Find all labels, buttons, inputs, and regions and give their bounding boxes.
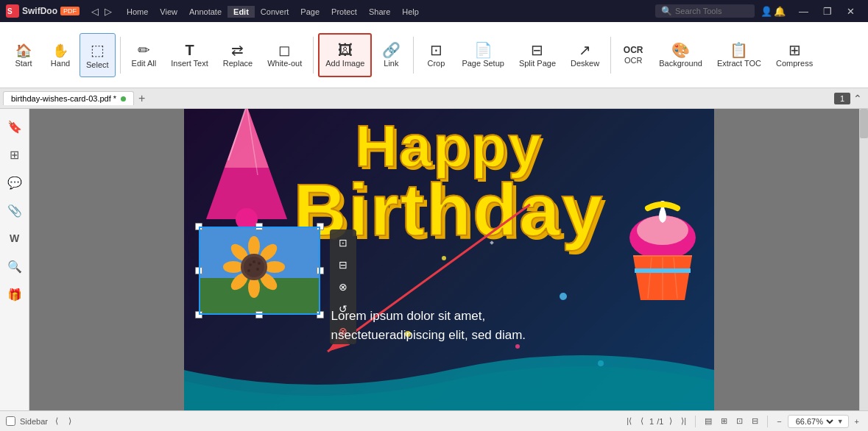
nav-share[interactable]: Share	[363, 6, 396, 18]
user-icon[interactable]: 👤	[761, 6, 772, 17]
total-pages: /1	[657, 417, 663, 426]
window-controls: — ❐ ✕	[791, 3, 862, 20]
sidebar-attachments[interactable]: 📎	[3, 199, 27, 222]
handle-tl[interactable]	[195, 223, 202, 230]
crop-icon: ⊡	[430, 43, 442, 57]
handle-ml[interactable]	[195, 267, 202, 274]
sidebar-next-btn[interactable]: ⟩	[66, 415, 74, 427]
vertical-scrollbar[interactable]	[859, 109, 868, 410]
tool-select[interactable]: ⬚ Select	[80, 33, 116, 77]
sidebar-bookmark[interactable]: 🔖	[3, 115, 27, 138]
zoom-select[interactable]: 66.67% 50% 75% 100% 125% 150%	[793, 416, 836, 427]
handle-tr[interactable]	[317, 223, 324, 230]
search-box[interactable]: 🔍	[655, 4, 755, 18]
sidebar-word[interactable]: W	[3, 227, 27, 250]
document-tab[interactable]: birthday-wishes-card-03.pdf *	[3, 91, 134, 105]
handle-bc[interactable]	[255, 311, 263, 318]
sidebar-search[interactable]: 🔍	[3, 254, 27, 278]
status-sep1	[695, 416, 696, 427]
sep1	[120, 37, 121, 74]
handle-bl[interactable]	[195, 311, 202, 318]
zoom-box[interactable]: 66.67% 50% 75% 100% 125% 150% ▼	[788, 415, 849, 428]
add-tab-btn[interactable]: +	[134, 92, 149, 105]
svg-point-26	[244, 257, 264, 277]
tool-background[interactable]: 🎨 Background	[652, 33, 709, 77]
ocr-label: OCR	[624, 56, 642, 65]
tool-link[interactable]: 🔗 Link	[373, 33, 409, 77]
redo-btn[interactable]: ▷	[102, 4, 115, 18]
zoom-dropdown-icon: ▼	[837, 418, 844, 425]
nav-edit[interactable]: Edit	[227, 6, 255, 18]
splitpage-icon: ⊟	[531, 43, 543, 57]
minimize-btn[interactable]: —	[791, 3, 816, 20]
tool-hand[interactable]: Hand	[43, 33, 78, 77]
restore-btn[interactable]: ❐	[816, 3, 839, 20]
extracttoc-icon: 📋	[730, 43, 748, 57]
undo-btn[interactable]: ◁	[88, 4, 102, 18]
view-mode-2[interactable]: ⊞	[718, 415, 730, 427]
sidebar-prev-btn[interactable]: ⟨	[52, 415, 61, 427]
view-mode-4[interactable]: ⊟	[749, 415, 761, 427]
whiteout-label: White-out	[267, 59, 302, 68]
view-mode-1[interactable]: ▤	[702, 415, 715, 427]
sidebar-comments[interactable]: 💬	[3, 171, 27, 194]
tabbar: birthday-wishes-card-03.pdf * + 1 ⌃	[0, 88, 868, 109]
nav-page[interactable]: Page	[294, 6, 325, 18]
zoom-in-btn[interactable]: +	[852, 416, 862, 427]
sidebar-checkbox[interactable]	[6, 416, 15, 426]
tool-extracttoc[interactable]: 📋 Extract TOC	[710, 33, 768, 77]
statusbar: Sidebar ⟨ ⟩ |⟨ ⟨ 1 /1 ⟩ ⟩| ▤ ⊞ ⊡ ⊟ − 66.…	[0, 410, 868, 431]
status-sep2	[767, 416, 768, 427]
image-selection-container[interactable]	[199, 227, 320, 315]
tool-crop[interactable]: ⊡ Crop	[418, 33, 454, 77]
close-btn[interactable]: ✕	[839, 3, 862, 20]
nav-protect[interactable]: Protect	[325, 6, 363, 18]
view-mode-3[interactable]: ⊡	[733, 415, 746, 427]
next-page-btn[interactable]: ⟩	[666, 415, 675, 427]
decor-dot-2	[442, 256, 446, 260]
crop-label: Crop	[427, 59, 445, 68]
notification-icon[interactable]: 🔔	[774, 6, 786, 17]
nav-view[interactable]: View	[154, 6, 183, 18]
title-nav: Home View Annotate Edit Convert Page Pro…	[121, 5, 425, 17]
scroll-up-btn[interactable]: ⌃	[850, 91, 865, 106]
svg-text:S: S	[7, 7, 13, 15]
nav-help[interactable]: Help	[396, 6, 425, 18]
tool-start[interactable]: Start	[6, 33, 41, 77]
tool-addimage[interactable]: 🖼 Add Image	[318, 33, 372, 77]
tool-ocr[interactable]: OCR OCR	[615, 33, 651, 77]
nav-annotate[interactable]: Annotate	[183, 6, 227, 18]
party-hat	[199, 109, 294, 227]
tool-splitpage[interactable]: ⊟ Split Page	[512, 33, 562, 77]
svg-point-23	[223, 261, 244, 273]
tool-deskew[interactable]: ↗ Deskew	[564, 33, 606, 77]
handle-tc[interactable]	[255, 223, 263, 230]
lorem-line1: Lorem ipsum dolor sit amet,	[331, 307, 618, 326]
scroll-thumb[interactable]	[860, 109, 868, 138]
handle-mr[interactable]	[317, 267, 324, 274]
cupcake	[618, 197, 707, 307]
last-page-btn[interactable]: ⟩|	[678, 415, 689, 427]
pagesetup-label: Page Setup	[462, 59, 504, 68]
nav-convert[interactable]: Convert	[255, 6, 295, 18]
tool-replace[interactable]: ⇄ Replace	[216, 33, 259, 77]
sidebar: 🔖 ⊞ 💬 📎 W 🔍 🎁	[0, 109, 29, 410]
handle-br[interactable]	[317, 311, 324, 318]
ctx-copy[interactable]: ⊗	[333, 277, 353, 297]
tool-editall[interactable]: ✏ Edit All	[125, 33, 163, 77]
tool-pagesetup[interactable]: 📄 Page Setup	[455, 33, 511, 77]
titlebar: S SwifDoo PDF ◁ ▷ Home View Annotate Edi…	[0, 0, 868, 22]
nav-home[interactable]: Home	[121, 6, 154, 18]
tool-whiteout[interactable]: ◻ White-out	[261, 33, 308, 77]
search-input[interactable]	[675, 7, 749, 15]
ctx-extract[interactable]: ⊟	[333, 254, 353, 275]
zoom-out-btn[interactable]: −	[774, 416, 784, 427]
svg-point-21	[248, 277, 260, 298]
prev-page-btn[interactable]: ⟨	[638, 415, 646, 427]
tool-inserttext[interactable]: T Insert Text	[164, 33, 215, 77]
tool-compress[interactable]: ⊞ Compress	[769, 33, 819, 77]
sidebar-pages[interactable]: ⊞	[3, 143, 27, 166]
sidebar-gift[interactable]: 🎁	[3, 282, 27, 306]
first-page-btn[interactable]: |⟨	[624, 415, 635, 427]
ctx-crop[interactable]: ⊡	[333, 232, 353, 253]
